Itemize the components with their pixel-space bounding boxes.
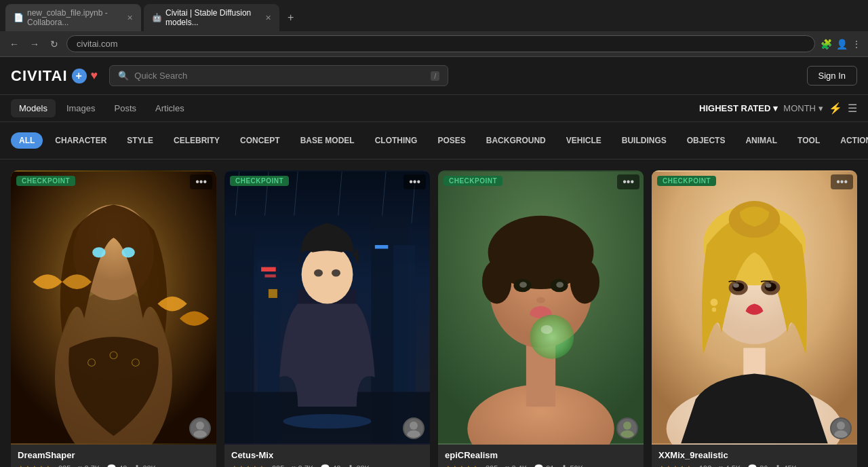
svg-point-9 bbox=[193, 430, 207, 438]
tab-images[interactable]: Images bbox=[58, 99, 104, 117]
card-image-dreamshaper: CHECKPOINT ••• bbox=[11, 170, 216, 445]
filter-icon-button[interactable]: ⚡ bbox=[829, 102, 842, 115]
card-badge-cetus-mix: CHECKPOINT bbox=[230, 176, 289, 186]
layout-toggle-button[interactable]: ☰ bbox=[848, 102, 857, 115]
tab-close-colab[interactable]: ✕ bbox=[127, 14, 133, 22]
card-artwork-2 bbox=[224, 170, 430, 445]
search-bar[interactable]: 🔍 Quick Search / bbox=[109, 65, 448, 86]
sign-in-button[interactable]: Sign In bbox=[807, 66, 857, 86]
tab-models[interactable]: Models bbox=[11, 99, 56, 117]
tab-colab[interactable]: 📄 new_colab_file.ipynb - Collabora... ✕ bbox=[5, 4, 141, 31]
svg-point-39 bbox=[570, 260, 599, 304]
extensions-button[interactable]: 🧩 bbox=[821, 39, 832, 50]
svg-point-4 bbox=[121, 247, 134, 257]
model-card-dreamshaper[interactable]: CHECKPOINT ••• DreamShaper ★★★★★ 225 ♥ 2… bbox=[11, 170, 216, 467]
category-all[interactable]: ALL bbox=[11, 132, 43, 149]
category-concept[interactable]: CONCEPT bbox=[232, 132, 288, 149]
app-header: CIVITAI + ♥ 🔍 Quick Search / Sign In bbox=[0, 57, 868, 95]
category-celebrity[interactable]: CELEBRITY bbox=[165, 132, 228, 149]
card-stats-dreamshaper: ★★★★★ 225 ♥ 2.7K 💬 42 ⬇ 38K bbox=[18, 464, 210, 467]
tab-bar: 📄 new_colab_file.ipynb - Collabora... ✕ … bbox=[0, 0, 868, 31]
menu-button[interactable]: ⋮ bbox=[852, 39, 861, 50]
card-artwork-1 bbox=[11, 170, 216, 445]
model-card-cetus-mix[interactable]: CHECKPOINT ••• Cetus-Mix ★★★★★ 225 ♥ 2.7… bbox=[224, 170, 430, 467]
svg-point-44 bbox=[536, 297, 545, 303]
model-card-xxmix[interactable]: CHECKPOINT ••• XXMix_9realistic ★★★★★ 19… bbox=[652, 170, 857, 467]
address-bar-row: ← → ↻ civitai.com 🧩 👤 ⋮ bbox=[0, 31, 868, 56]
card-artwork-3 bbox=[438, 170, 644, 445]
back-button[interactable]: ← bbox=[7, 37, 22, 51]
comments-value-dreamshaper: 42 bbox=[119, 464, 127, 467]
tab-articles[interactable]: Articles bbox=[147, 99, 193, 117]
card-title-dreamshaper: DreamShaper bbox=[18, 450, 210, 460]
category-background[interactable]: BACKGROUND bbox=[478, 132, 554, 149]
card-avatar-epicrealism bbox=[616, 417, 638, 439]
download-icon-epicrealism: ⬇ bbox=[561, 464, 568, 467]
new-tab-button[interactable]: + bbox=[282, 9, 299, 26]
tab-close-civitai[interactable]: ✕ bbox=[265, 14, 271, 22]
search-icon: 🔍 bbox=[118, 71, 129, 81]
svg-point-61 bbox=[711, 299, 718, 306]
likes-value-cetus-mix: 2.7K bbox=[298, 464, 313, 467]
category-action[interactable]: ACTION bbox=[832, 132, 868, 149]
svg-point-60 bbox=[766, 283, 772, 287]
logo[interactable]: CIVITAI + ♥ bbox=[11, 67, 98, 85]
card-avatar-dreamshaper bbox=[189, 417, 211, 439]
profile-button[interactable]: 👤 bbox=[836, 39, 848, 50]
downloads-value-epicrealism: 59K bbox=[570, 464, 583, 467]
forward-button[interactable]: → bbox=[27, 37, 42, 51]
likes-epicrealism: ♥ 3.4K bbox=[505, 464, 527, 467]
tab-posts[interactable]: Posts bbox=[106, 99, 145, 117]
svg-point-48 bbox=[620, 430, 634, 438]
card-menu-epicrealism[interactable]: ••• bbox=[617, 174, 639, 189]
svg-point-24 bbox=[332, 269, 340, 277]
card-badge-epicrealism: CHECKPOINT bbox=[443, 176, 502, 186]
logo-heart-icon[interactable]: ♥ bbox=[91, 69, 99, 83]
refresh-button[interactable]: ↻ bbox=[47, 37, 61, 51]
likes-value-dreamshaper: 2.7K bbox=[84, 464, 100, 467]
likes-value-xxmix: 4.5K bbox=[725, 464, 741, 467]
svg-point-63 bbox=[837, 422, 845, 430]
stars-dreamshaper: ★★★★★ bbox=[18, 464, 52, 468]
svg-point-8 bbox=[196, 422, 204, 430]
browser-chrome: 📄 new_colab_file.ipynb - Collabora... ✕ … bbox=[0, 0, 868, 57]
card-menu-xxmix[interactable]: ••• bbox=[831, 174, 853, 189]
rating-count-dreamshaper: 225 bbox=[58, 464, 71, 467]
category-objects[interactable]: OBJECTS bbox=[679, 132, 734, 149]
svg-point-59 bbox=[733, 283, 739, 287]
period-chevron-icon: ▾ bbox=[818, 103, 823, 113]
tab-civitai[interactable]: 🤖 Civitai | Stable Diffusion models... ✕ bbox=[144, 4, 279, 31]
category-clothing[interactable]: CLOTHING bbox=[367, 132, 426, 149]
category-base-model[interactable]: BASE MODEL bbox=[292, 132, 363, 149]
period-month-button[interactable]: MONTH ▾ bbox=[783, 103, 823, 113]
card-image-cetus-mix: CHECKPOINT ••• bbox=[224, 170, 430, 445]
category-vehicle[interactable]: VEHICLE bbox=[558, 132, 610, 149]
category-tool[interactable]: TOOL bbox=[789, 132, 828, 149]
card-menu-cetus-mix[interactable]: ••• bbox=[403, 174, 426, 189]
address-bar[interactable]: civitai.com bbox=[66, 35, 815, 52]
category-buildings[interactable]: BUILDINGS bbox=[614, 132, 675, 149]
card-menu-dreamshaper[interactable]: ••• bbox=[190, 174, 212, 189]
stars-epicrealism: ★★★★★ bbox=[445, 464, 479, 468]
downloads-value-cetus-mix: 38K bbox=[356, 464, 370, 467]
comments-value-cetus-mix: 42 bbox=[332, 464, 340, 467]
card-title-xxmix: XXMix_9realistic bbox=[658, 450, 850, 460]
svg-point-38 bbox=[482, 260, 511, 304]
category-style[interactable]: STYLE bbox=[119, 132, 161, 149]
download-icon-xxmix: ⬇ bbox=[774, 464, 781, 467]
card-info-dreamshaper: DreamShaper ★★★★★ 225 ♥ 2.7K 💬 42 ⬇ 38K bbox=[11, 445, 216, 467]
comments-epicrealism: 💬 91 bbox=[534, 464, 554, 467]
category-character[interactable]: CHARACTER bbox=[47, 132, 115, 149]
svg-point-47 bbox=[623, 422, 631, 430]
address-text: civitai.com bbox=[77, 39, 118, 49]
sort-highest-rated-button[interactable]: HIGHEST RATED ▾ bbox=[699, 103, 778, 113]
tab-favicon-civitai: 🤖 bbox=[152, 13, 161, 22]
main-content: CHECKPOINT ••• DreamShaper ★★★★★ 225 ♥ 2… bbox=[0, 160, 868, 467]
nav-tabs: Models Images Posts Articles HIGHEST RAT… bbox=[0, 95, 868, 122]
card-badge-xxmix: CHECKPOINT bbox=[657, 176, 716, 186]
category-poses[interactable]: POSES bbox=[429, 132, 473, 149]
logo-text: CIVITAI bbox=[11, 67, 68, 85]
category-animal[interactable]: ANIMAL bbox=[737, 132, 785, 149]
logo-add-button[interactable]: + bbox=[72, 69, 87, 83]
model-card-epicrealism[interactable]: CHECKPOINT ••• epiCRealism ★★★★★ 305 ♥ 3… bbox=[438, 170, 644, 467]
